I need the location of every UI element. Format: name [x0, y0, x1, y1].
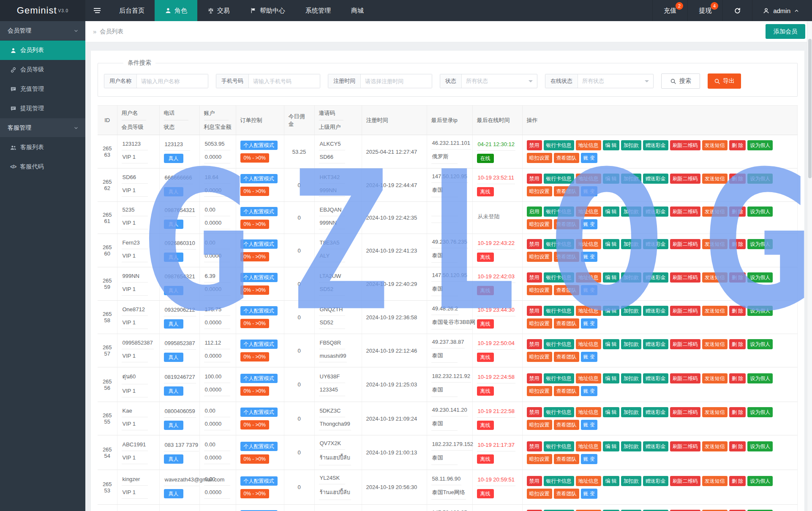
account-change-button[interactable]: 账 变 — [581, 219, 597, 229]
add-deduct-button[interactable]: 加扣款 — [621, 476, 641, 486]
bank-info-button[interactable]: 银行卡信息 — [544, 441, 574, 451]
delete-button[interactable]: 删 除 — [729, 373, 746, 383]
refresh-qr-button[interactable]: 刷新二维码 — [670, 207, 700, 217]
export-button[interactable]: 导出 — [708, 73, 741, 89]
delete-button[interactable]: 删 除 — [729, 407, 746, 417]
view-team-button[interactable]: 查看团队 — [554, 454, 579, 464]
nav-item-6[interactable]: 商城 — [341, 0, 374, 21]
nav-item-5[interactable]: 系统管理 — [295, 0, 341, 21]
set-fake-button[interactable]: 设为假人 — [747, 339, 773, 349]
delete-button[interactable]: 删 除 — [729, 207, 746, 217]
add-deduct-button[interactable]: 加扣款 — [621, 207, 641, 217]
view-team-button[interactable]: 查看团队 — [554, 252, 579, 262]
delete-button[interactable]: 删 除 — [729, 476, 746, 486]
address-info-button[interactable]: 地址信息 — [576, 140, 601, 150]
add-deduct-button[interactable]: 加扣款 — [621, 272, 641, 283]
add-deduct-button[interactable]: 加扣款 — [621, 140, 641, 150]
refresh-qr-button[interactable]: 刷新二维码 — [670, 174, 700, 184]
gift-bonus-button[interactable]: 赠送彩金 — [643, 140, 668, 150]
address-info-button[interactable]: 地址信息 — [576, 407, 601, 417]
send-sms-button[interactable]: 发送短信 — [702, 207, 728, 217]
add-deduct-button[interactable]: 加扣款 — [621, 373, 641, 383]
hidden-deduct-button[interactable]: 暗扣设置 — [527, 219, 552, 229]
send-sms-button[interactable]: 发送短信 — [702, 373, 728, 383]
hidden-deduct-button[interactable]: 暗扣设置 — [527, 352, 552, 362]
search-field-input[interactable] — [249, 74, 320, 88]
delete-button[interactable]: 删 除 — [729, 441, 746, 451]
address-info-button[interactable]: 地址信息 — [576, 306, 601, 316]
view-team-button[interactable]: 查看团队 — [554, 420, 579, 430]
send-sms-button[interactable]: 发送短信 — [702, 174, 728, 184]
view-team-button[interactable]: 查看团队 — [554, 489, 579, 499]
bank-info-button[interactable]: 银行卡信息 — [544, 476, 574, 486]
withdraw-nav-item[interactable]: 提现 4 — [687, 0, 722, 21]
bank-info-button[interactable]: 银行卡信息 — [544, 140, 574, 150]
nav-item-2[interactable]: 角色 — [155, 0, 197, 21]
set-fake-button[interactable]: 设为假人 — [747, 140, 773, 150]
send-sms-button[interactable]: 发送短信 — [702, 140, 728, 150]
gift-bonus-button[interactable]: 赠送彩金 — [643, 272, 668, 283]
bank-info-button[interactable]: 银行卡信息 — [544, 239, 574, 249]
disable-button[interactable]: 禁用 — [527, 407, 542, 417]
sidebar-item[interactable]: </>客服代码 — [0, 157, 85, 177]
disable-button[interactable]: 禁用 — [527, 339, 542, 349]
address-info-button[interactable]: 地址信息 — [576, 272, 601, 283]
add-deduct-button[interactable]: 加扣款 — [621, 174, 641, 184]
status-select[interactable]: 所有状态 — [462, 74, 537, 88]
gift-bonus-button[interactable]: 赠送彩金 — [643, 407, 668, 417]
set-fake-button[interactable]: 设为假人 — [747, 239, 773, 249]
disable-button[interactable]: 禁用 — [527, 174, 542, 184]
send-sms-button[interactable]: 发送短信 — [702, 476, 728, 486]
send-sms-button[interactable]: 发送短信 — [702, 407, 728, 417]
nav-item-4[interactable]: 帮助中心 — [240, 0, 295, 21]
refresh-qr-button[interactable]: 刷新二维码 — [670, 140, 700, 150]
nav-item-3[interactable]: 交易 — [197, 0, 240, 21]
refresh-qr-button[interactable]: 刷新二维码 — [670, 306, 700, 316]
gift-bonus-button[interactable]: 赠送彩金 — [643, 476, 668, 486]
view-team-button[interactable]: 查看团队 — [554, 186, 579, 196]
hidden-deduct-button[interactable]: 暗扣设置 — [527, 318, 552, 329]
add-deduct-button[interactable]: 加扣款 — [621, 239, 641, 249]
sidebar-section-1[interactable]: 会员管理 — [0, 21, 85, 41]
refresh-qr-button[interactable]: 刷新二维码 — [670, 239, 700, 249]
edit-button[interactable]: 编 辑 — [603, 207, 619, 217]
refresh-qr-button[interactable]: 刷新二维码 — [670, 339, 700, 349]
edit-button[interactable]: 编 辑 — [603, 140, 619, 150]
address-info-button[interactable]: 地址信息 — [576, 441, 601, 451]
gift-bonus-button[interactable]: 赠送彩金 — [643, 207, 668, 217]
bank-info-button[interactable]: 银行卡信息 — [544, 407, 574, 417]
edit-button[interactable]: 编 辑 — [603, 174, 619, 184]
refresh-qr-button[interactable]: 刷新二维码 — [670, 476, 700, 486]
edit-button[interactable]: 编 辑 — [603, 272, 619, 283]
bank-info-button[interactable]: 银行卡信息 — [544, 174, 574, 184]
gift-bonus-button[interactable]: 赠送彩金 — [643, 373, 668, 383]
add-deduct-button[interactable]: 加扣款 — [621, 441, 641, 451]
view-team-button[interactable]: 查看团队 — [554, 318, 579, 329]
delete-button[interactable]: 删 除 — [729, 239, 746, 249]
hidden-deduct-button[interactable]: 暗扣设置 — [527, 285, 552, 295]
hidden-deduct-button[interactable]: 暗扣设置 — [527, 489, 552, 499]
nav-item-1[interactable]: 后台首页 — [109, 0, 155, 21]
gift-bonus-button[interactable]: 赠送彩金 — [643, 306, 668, 316]
set-fake-button[interactable]: 设为假人 — [747, 272, 773, 283]
send-sms-button[interactable]: 发送短信 — [702, 339, 728, 349]
edit-button[interactable]: 编 辑 — [603, 407, 619, 417]
disable-button[interactable]: 禁用 — [527, 441, 542, 451]
set-fake-button[interactable]: 设为假人 — [747, 373, 773, 383]
set-fake-button[interactable]: 设为假人 — [747, 441, 773, 451]
set-fake-button[interactable]: 设为假人 — [747, 306, 773, 316]
add-deduct-button[interactable]: 加扣款 — [621, 407, 641, 417]
account-change-button[interactable]: 账 变 — [581, 318, 597, 329]
hidden-deduct-button[interactable]: 暗扣设置 — [527, 153, 552, 163]
view-team-button[interactable]: 查看团队 — [554, 352, 579, 362]
send-sms-button[interactable]: 发送短信 — [702, 272, 728, 283]
account-change-button[interactable]: 账 变 — [581, 186, 597, 196]
status-select[interactable]: 所有状态 — [578, 74, 653, 88]
address-info-button[interactable]: 地址信息 — [576, 373, 601, 383]
add-deduct-button[interactable]: 加扣款 — [621, 339, 641, 349]
edit-button[interactable]: 编 辑 — [603, 339, 619, 349]
hidden-deduct-button[interactable]: 暗扣设置 — [527, 420, 552, 430]
delete-button[interactable]: 删 除 — [729, 306, 746, 316]
bank-info-button[interactable]: 银行卡信息 — [544, 306, 574, 316]
address-info-button[interactable]: 地址信息 — [576, 207, 601, 217]
